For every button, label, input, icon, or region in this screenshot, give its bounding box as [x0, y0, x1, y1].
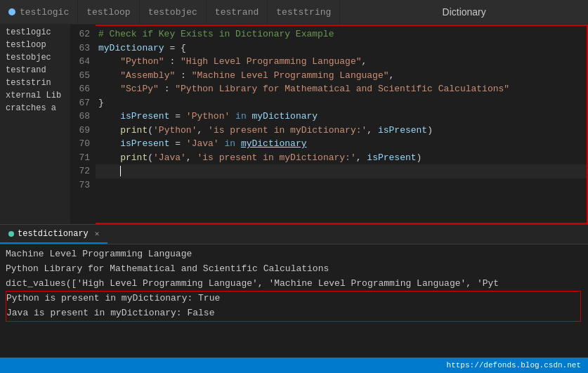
console-line-3: dict_values(['High Level Programming Lan… — [6, 277, 582, 292]
tab-label: testlogic — [20, 7, 69, 18]
console-line-2: Python Library for Mathematical and Scie… — [6, 262, 582, 277]
tab-label: teststring — [276, 7, 331, 18]
status-bar: https://defonds.blog.csdn.net — [0, 358, 588, 373]
bottom-tab-testdictionary[interactable]: testdictionary ✕ — [0, 225, 107, 244]
console-line-4: Python is present in myDictionary: True — [6, 292, 580, 306]
sidebar-item-teststring[interactable]: teststrin — [0, 77, 70, 89]
tab-testloop[interactable]: testloop — [78, 0, 139, 24]
bottom-tab-icon — [8, 231, 14, 237]
bottom-tab-bar: testdictionary ✕ — [0, 225, 588, 244]
tab-icon — [8, 8, 15, 15]
code-content[interactable]: # Check if Key Exists in Dictionary Exam… — [96, 25, 588, 224]
page-title: Dictionary — [443, 6, 486, 18]
bottom-tab-label: testdictionary — [18, 229, 89, 239]
sidebar-item-testlogic[interactable]: testlogic — [0, 26, 70, 39]
code-line-68: isPresent = 'Python' in myDictionary — [96, 110, 588, 124]
code-line-64: "Python" : "High Level Programming Langu… — [96, 55, 588, 69]
code-line-67: } — [96, 96, 588, 110]
tab-teststring[interactable]: teststring — [268, 0, 340, 24]
code-line-73 — [96, 178, 588, 192]
code-line-70: isPresent = 'Java' in myDictionary — [96, 137, 588, 151]
tab-bar: testlogic testloop testobjec testrand te… — [0, 0, 588, 25]
tab-testrand[interactable]: testrand — [207, 0, 268, 24]
code-line-69: print('Python', 'is present in myDiction… — [96, 124, 588, 138]
code-line-66: "SciPy" : "Python Library for Mathematic… — [96, 82, 588, 96]
close-tab-button[interactable]: ✕ — [95, 229, 100, 238]
code-line-72: ​ — [96, 164, 588, 178]
console-line-1: Machine Level Programming Language — [6, 247, 582, 262]
tab-testobjec[interactable]: testobjec — [140, 0, 207, 24]
code-line-71: print('Java', 'is present in myDictionar… — [96, 151, 588, 165]
tab-testlogic[interactable]: testlogic — [0, 0, 78, 24]
status-url: https://defonds.blog.csdn.net — [447, 361, 581, 369]
sidebar-item-external[interactable]: xternal Lib — [0, 89, 70, 102]
console-line-5: Java is present in myDictionary: False — [6, 306, 580, 321]
code-editor: 62 63 64 65 66 67 68 69 70 71 72 73 # Ch… — [70, 25, 588, 224]
console-output: Machine Level Programming Language Pytho… — [0, 244, 588, 358]
code-lines: 62 63 64 65 66 67 68 69 70 71 72 73 # Ch… — [70, 25, 588, 224]
code-line-65: "Assembly" : "Machine Level Programming … — [96, 69, 588, 83]
sidebar-item-testloop[interactable]: testloop — [0, 39, 70, 51]
tab-label: testobjec — [148, 7, 197, 18]
code-line-63: myDictionary = { — [96, 41, 588, 55]
bottom-panel: testdictionary ✕ Machine Level Programmi… — [0, 224, 588, 358]
code-line-62: # Check if Key Exists in Dictionary Exam… — [96, 27, 588, 41]
sidebar-item-testrand[interactable]: testrand — [0, 64, 70, 77]
line-numbers: 62 63 64 65 66 67 68 69 70 71 72 73 — [70, 25, 96, 224]
tab-label: testrand — [215, 7, 259, 18]
tab-label: testloop — [86, 7, 130, 18]
editor-area: testlogic testloop testobjec testrand te… — [0, 25, 588, 224]
sidebar-item-scratches[interactable]: cratches a — [0, 102, 70, 114]
sidebar-item-testobjec[interactable]: testobjec — [0, 51, 70, 64]
sidebar: testlogic testloop testobjec testrand te… — [0, 25, 70, 224]
